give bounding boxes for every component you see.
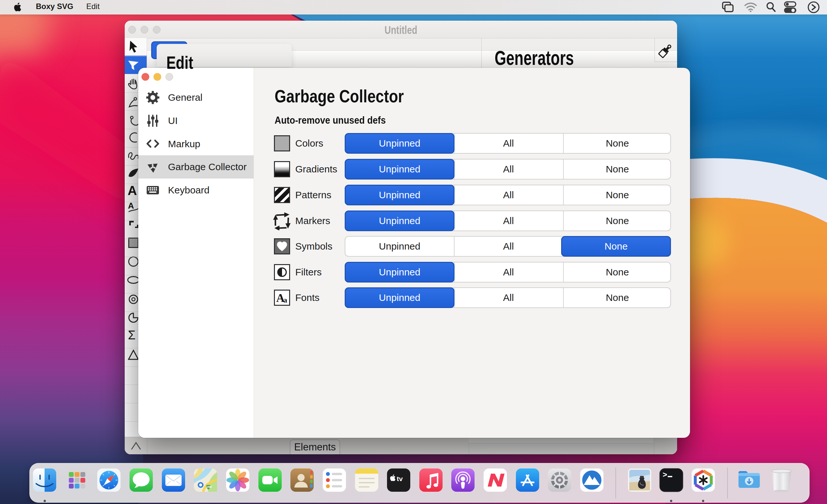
svg-text:>: > (663, 471, 667, 480)
svg-text:tv: tv (397, 475, 403, 483)
svg-text:A: A (128, 201, 134, 210)
svg-text:280: 280 (207, 485, 212, 489)
